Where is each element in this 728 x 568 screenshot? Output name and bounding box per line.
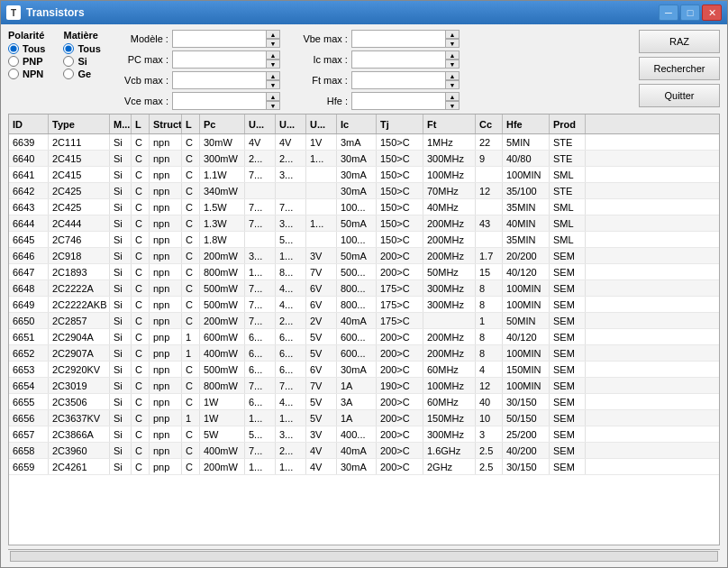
table-cell: 200MHz <box>423 232 476 247</box>
polarite-tous-radio[interactable] <box>8 43 19 54</box>
table-cell: 200>C <box>377 426 423 442</box>
table-row[interactable]: 66592C4261SiCpnpC200mW1...1...4V30mA200>… <box>9 459 719 475</box>
table-cell: 2C3960 <box>49 443 110 458</box>
table-cell: 1W <box>200 394 245 409</box>
table-cell <box>245 232 276 247</box>
table-cell: 70MHz <box>423 183 476 198</box>
polarite-npn-label[interactable]: NPN <box>8 69 45 79</box>
table-row[interactable]: 66532C2920KVSiCnpnC500mW6...6...6V30mA20… <box>9 362 719 378</box>
polarite-pnp-radio[interactable] <box>8 56 19 67</box>
matiere-ge-radio[interactable] <box>63 69 74 79</box>
table-cell: C <box>182 426 200 442</box>
modele-spin-up[interactable]: ▲ <box>266 30 280 39</box>
table-cell: SEM <box>550 378 586 393</box>
minimize-button[interactable]: ─ <box>659 5 678 21</box>
vcemax-spin-down[interactable]: ▼ <box>266 101 280 110</box>
pcmax-input[interactable] <box>172 50 280 69</box>
table-cell: C <box>182 183 200 198</box>
vcbmax-spin-up[interactable]: ▲ <box>266 71 280 80</box>
table-row[interactable]: 66432C425SiCnpnC1.5W7...7...100...150>C4… <box>9 199 719 215</box>
polarite-npn-radio[interactable] <box>8 69 19 79</box>
table-cell: 2C111 <box>49 134 110 150</box>
table-row[interactable]: 66552C3506SiCnpnC1W6...4...5V3A200>C60MH… <box>9 394 719 410</box>
table-cell: 150>C <box>377 183 423 198</box>
matiere-si-radio[interactable] <box>63 56 74 67</box>
table-row[interactable]: 66522C2907ASiCpnp1400mW6...6...5V600...2… <box>9 345 719 362</box>
polarite-label: Polarité <box>8 30 45 41</box>
table-row[interactable]: 66572C3866ASiCnpnC5W5...3...3V400...200>… <box>9 426 719 443</box>
pcmax-spin-down[interactable]: ▼ <box>266 60 280 69</box>
pcmax-spin-up[interactable]: ▲ <box>266 50 280 60</box>
modele-spin-down[interactable]: ▼ <box>266 39 280 48</box>
hfe-spinner: ▲ ▼ <box>445 92 460 110</box>
table-cell: C <box>132 313 150 328</box>
vcemax-spin-up[interactable]: ▲ <box>266 92 280 101</box>
rechercher-button[interactable]: Rechercher <box>639 57 720 80</box>
table-cell: 6... <box>276 329 306 344</box>
table-row[interactable]: 66462C918SiCnpnC200mW3...1...3V50mA200>C… <box>9 248 719 264</box>
table-cell: 100MIN <box>503 167 550 182</box>
table-cell <box>423 313 476 328</box>
close-button[interactable]: ✕ <box>702 5 722 21</box>
table-cell: C <box>132 443 150 458</box>
hfe-spin-down[interactable]: ▼ <box>445 101 460 110</box>
vcbmax-spin-down[interactable]: ▼ <box>266 80 280 89</box>
table-row[interactable]: 66512C2904ASiCpnp1600mW6...6...5V600...2… <box>9 329 719 345</box>
vbemax-spin-down[interactable]: ▼ <box>445 39 460 48</box>
table-cell <box>476 199 503 215</box>
matiere-si-label[interactable]: Si <box>63 56 100 67</box>
icmax-spin-down[interactable]: ▼ <box>445 60 460 69</box>
table-cell: 1... <box>306 151 337 166</box>
polarite-tous-label[interactable]: Tous <box>8 43 45 54</box>
table-row[interactable]: 66472C1893SiCnpnC800mW1...8...7V500...20… <box>9 264 719 280</box>
vbemax-label: Vbe max : <box>298 33 348 44</box>
h-scrollbar-track[interactable] <box>10 551 718 562</box>
horizontal-scrollbar[interactable] <box>8 549 720 562</box>
table-cell <box>306 167 337 182</box>
table-cell: 200>C <box>377 410 423 426</box>
matiere-tous-radio[interactable] <box>63 43 74 54</box>
table-cell: C <box>132 134 150 150</box>
table-cell: 3mA <box>337 134 377 150</box>
table-cell: 200mW <box>200 313 245 328</box>
table-row[interactable]: 66542C3019SiCnpnC800mW7...7...7V1A190>C1… <box>9 378 719 394</box>
table-row[interactable]: 66482C2222ASiCnpnC500mW7...4...6V800...1… <box>9 280 719 297</box>
icmax-spin-up[interactable]: ▲ <box>445 50 460 60</box>
table-row[interactable]: 66502C2857SiCnpnC200mW7...2...2V40mA175>… <box>9 313 719 329</box>
vcemax-input[interactable] <box>172 92 280 110</box>
table-row[interactable]: 66442C444SiCnpnC1.3W7...3...1...50mA150>… <box>9 215 719 232</box>
ftmax-input[interactable] <box>351 71 460 89</box>
table-cell: SEM <box>550 329 586 344</box>
vbemax-spin-up[interactable]: ▲ <box>445 30 460 39</box>
icmax-input[interactable] <box>351 50 460 69</box>
table-row[interactable]: 66402C415SiCnpnC300mW2...2...1...30mA150… <box>9 151 719 167</box>
ftmax-spin-up[interactable]: ▲ <box>445 71 460 80</box>
table-row[interactable]: 66412C415SiCnpnC1.1W7...3...30mA150>C100… <box>9 167 719 183</box>
table-row[interactable]: 66422C425SiCnpnC340mW30mA150>C70MHz1235/… <box>9 183 719 199</box>
table-row[interactable]: 66392C111SiCnpnC30mW4V4V1V3mA150>C1MHz22… <box>9 134 719 151</box>
table-row[interactable]: 66452C746SiCnpnC1.8W5...100...150>C200MH… <box>9 232 719 248</box>
table-row[interactable]: 66582C3960SiCnpnC400mW7...2...4V40mA200>… <box>9 443 719 459</box>
hfe-spin-up[interactable]: ▲ <box>445 92 460 101</box>
vcbmax-input[interactable] <box>172 71 280 89</box>
vbemax-row: Vbe max : ▲ ▼ <box>298 30 460 48</box>
ftmax-spin-down[interactable]: ▼ <box>445 80 460 89</box>
polarite-pnp-label[interactable]: PNP <box>8 56 45 67</box>
table-cell: 6653 <box>9 362 49 377</box>
quitter-button[interactable]: Quitter <box>639 84 720 107</box>
matiere-ge-label[interactable]: Ge <box>63 69 100 79</box>
table-row[interactable]: 66492C2222AKBSiCnpnC500mW7...4...6V800..… <box>9 297 719 313</box>
hfe-input[interactable] <box>351 92 460 110</box>
matiere-tous-label[interactable]: Tous <box>63 43 100 54</box>
table-cell <box>476 232 503 247</box>
table-cell: Si <box>110 410 132 426</box>
table-cell: 2C4261 <box>49 459 110 474</box>
table-cell: 2C3637KV <box>49 410 110 426</box>
vbemax-input[interactable] <box>351 30 460 48</box>
table-cell: C <box>182 215 200 231</box>
icmax-spinner: ▲ ▼ <box>445 50 460 69</box>
raz-button[interactable]: RAZ <box>639 30 720 53</box>
modele-input[interactable] <box>172 30 280 48</box>
table-row[interactable]: 66562C3637KVSiCpnp11W1...1...5V1A200>C15… <box>9 410 719 426</box>
maximize-button[interactable]: □ <box>680 5 700 21</box>
